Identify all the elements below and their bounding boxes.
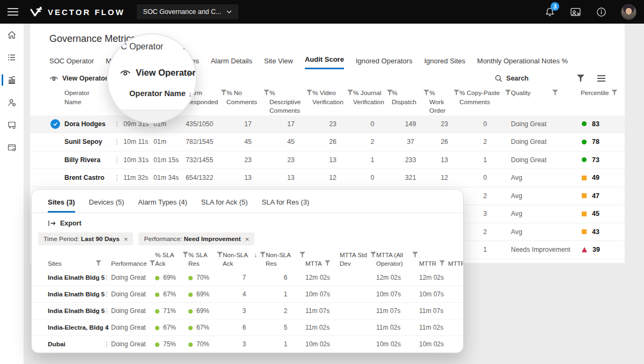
chip-label: Time Period: <box>43 235 79 243</box>
filter-icon[interactable] <box>182 252 188 258</box>
non-sla-res-value: 6 <box>266 274 305 281</box>
tab-ignored-operators[interactable]: Ignored Operators <box>356 57 413 69</box>
filter-icon[interactable] <box>217 252 223 258</box>
col-performance: Performance <box>111 259 147 268</box>
tab-sla-for-ack[interactable]: SLA for Ack (5) <box>201 198 248 213</box>
filter-icon[interactable] <box>264 90 269 96</box>
export-button[interactable]: Export <box>48 220 463 227</box>
window-gear-icon <box>7 143 17 152</box>
col-percentile: Percentile <box>581 89 609 98</box>
non-sla-res-value: 1 <box>266 290 305 298</box>
row-menu-icon[interactable]: ⋮ <box>104 274 111 281</box>
dispatch-value: 37 <box>392 138 429 145</box>
filter-icon[interactable] <box>306 90 312 96</box>
user-avatar[interactable] <box>621 4 636 20</box>
chip-time-period[interactable]: Time Period: Last 90 Days × <box>38 232 133 245</box>
sidebar-item-app-settings[interactable] <box>0 136 24 159</box>
row-menu-icon[interactable]: ⋮ <box>104 290 111 298</box>
notifications-bell-icon[interactable]: 3 <box>544 6 555 18</box>
site-row[interactable]: India Elnath Bldg 5⋮Doing Great69%70%761… <box>32 270 463 286</box>
percentile-cell: 43 <box>560 228 614 236</box>
performance-value: Doing Great <box>111 340 155 348</box>
left-sidebar <box>0 24 24 364</box>
filter-icon[interactable] <box>577 75 584 82</box>
operator-row[interactable]: Sunil Sepoy⋮10m 11s01m782/15454545262372… <box>30 133 625 151</box>
filter-icon[interactable] <box>299 252 305 258</box>
operator-name: Billy Rivera <box>64 156 114 164</box>
non-sla-ack-value: 7 <box>223 274 266 281</box>
tab-alarm-types[interactable]: Alarm Types (4) <box>138 198 187 213</box>
filter-icon[interactable] <box>347 90 353 96</box>
row-menu-icon[interactable]: ⋮ <box>114 174 123 181</box>
tab-soc-operator[interactable]: SOC Operator <box>49 57 94 69</box>
filter-icon[interactable] <box>96 260 101 266</box>
search-button[interactable]: Search <box>495 75 529 82</box>
sla-status-dot <box>188 309 193 314</box>
brand-logo: VECTOR FLOW <box>30 6 125 17</box>
filter-icon[interactable] <box>221 90 226 96</box>
operator-row[interactable]: Dora Hodges⋮09m 31s01m435/10501717230149… <box>30 115 625 134</box>
percentile-cell: 83 <box>560 120 614 128</box>
filter-icon[interactable] <box>412 252 418 258</box>
operator-row[interactable]: Billy Rivera⋮10m 31s01m 15s732/145523231… <box>30 151 625 170</box>
filter-icon[interactable] <box>552 90 558 96</box>
time-1-value: 10m 11s <box>123 138 153 145</box>
copy-paste-value: 0 <box>459 120 511 128</box>
row-menu-icon[interactable]: ⋮ <box>114 138 123 145</box>
row-menu-icon[interactable]: ⋮ <box>114 120 123 128</box>
chip-performance[interactable]: Performance: Need Improvement × <box>138 232 254 245</box>
tab-sites[interactable]: Sites (3) <box>48 198 75 213</box>
percentile-value: 73 <box>592 156 599 164</box>
filter-icon[interactable] <box>260 252 266 258</box>
view-operator-button[interactable]: View Operator <box>49 75 108 82</box>
presenter-feedback-icon[interactable] <box>569 6 581 18</box>
sidebar-item-chat-settings[interactable] <box>0 114 24 136</box>
export-icon <box>48 220 56 227</box>
sidebar-item-queue[interactable] <box>0 46 24 69</box>
col-mttr-clipped: MTTR S <box>448 259 464 268</box>
info-icon[interactable] <box>595 6 607 18</box>
mtta-value: 10m 02s <box>305 340 340 348</box>
filter-icon[interactable] <box>453 90 459 96</box>
tab-alarm-details[interactable]: Alarm Details <box>211 57 252 69</box>
chip-remove-icon[interactable]: × <box>245 236 250 243</box>
column-options-icon[interactable] <box>597 75 605 82</box>
tab-monthly-operational-notes[interactable]: Monthly Operational Notes % <box>477 57 568 69</box>
workspace-dropdown[interactable]: SOC Governance and C... <box>137 4 239 19</box>
tab-site-view[interactable]: Site View <box>264 57 293 69</box>
filter-icon[interactable] <box>505 90 511 96</box>
tab-sla-for-res[interactable]: SLA for Res (3) <box>262 198 310 213</box>
lens-tab-fragment: C Operator <box>121 42 163 52</box>
filter-icon[interactable] <box>423 90 429 96</box>
filter-icon[interactable] <box>149 260 155 266</box>
tab-audit-score[interactable]: Audit Score <box>305 55 344 69</box>
time-2-value: 01m 34s <box>153 174 186 181</box>
row-menu-icon[interactable]: ⋮ <box>104 324 111 331</box>
export-label: Export <box>60 220 82 227</box>
sidebar-item-analytics[interactable] <box>0 69 24 91</box>
site-row[interactable]: India Elnath Bldg 5⋮Doing Great71%69%321… <box>32 303 463 319</box>
filter-icon[interactable] <box>370 252 376 258</box>
hamburger-menu-icon[interactable] <box>8 8 18 16</box>
sidebar-item-user-settings[interactable] <box>0 91 24 114</box>
filter-chips: Time Period: Last 90 Days × Performance:… <box>38 232 463 245</box>
site-row[interactable]: India Elnath Bldg 5⋮Doing Great67%69%411… <box>32 286 463 303</box>
row-menu-icon[interactable]: ⋮ <box>114 156 123 164</box>
filter-icon[interactable] <box>439 260 445 266</box>
tab-ignored-sites[interactable]: Ignored Sites <box>424 57 465 69</box>
filter-icon[interactable] <box>325 260 331 266</box>
filter-icon[interactable] <box>611 90 617 96</box>
sla-res-value: 70% <box>188 274 223 281</box>
row-menu-icon[interactable]: ⋮ <box>104 307 111 315</box>
chip-remove-icon[interactable]: × <box>124 236 128 243</box>
sidebar-item-home[interactable] <box>0 24 24 46</box>
site-row[interactable]: India-Electra, Bldg 4⋮Doing Great67%67%6… <box>32 319 463 336</box>
operator-row[interactable]: Brent Castro⋮11m 32s01m 34s654/132213131… <box>30 169 625 187</box>
row-menu-icon[interactable]: ⋮ <box>104 340 111 348</box>
work-order-value: 13 <box>429 156 459 164</box>
vector-flow-logo-icon <box>30 6 43 17</box>
site-row[interactable]: Dubai⋮Doing Great75%70%3110m 02s10m 02s1… <box>32 336 463 353</box>
tab-devices[interactable]: Devices (5) <box>89 198 125 213</box>
sort-descending-icon[interactable]: ↓ <box>254 251 257 259</box>
journal-verification-value: 1 <box>353 156 392 164</box>
